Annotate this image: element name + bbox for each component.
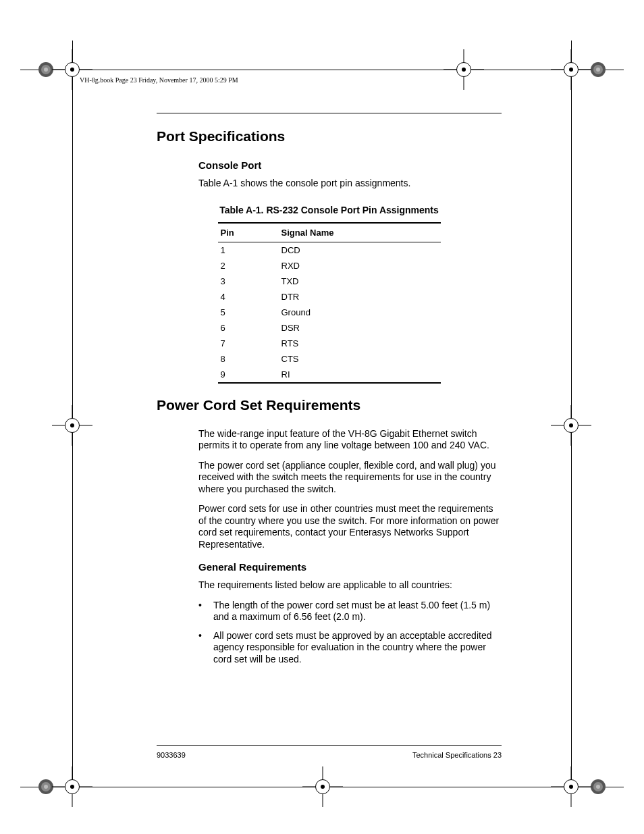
table-caption: Table A-1. RS-232 Console Port Pin Assig… xyxy=(157,205,502,215)
table-row: 3TXD xyxy=(218,273,441,289)
page-content: Port Specifications Console Port Table A… xyxy=(157,128,502,672)
table-header-pin: Pin xyxy=(221,228,281,238)
cell-pin: 7 xyxy=(221,338,281,348)
table-row: 7RTS xyxy=(218,336,441,351)
heading-port-specifications: Port Specifications xyxy=(157,128,502,145)
para-power-3: Power cord sets for use in other countri… xyxy=(198,503,502,550)
para-console-intro: Table A-1 shows the console port pin ass… xyxy=(198,178,502,190)
requirements-list: The length of the power cord set must be… xyxy=(198,600,502,666)
cell-pin: 5 xyxy=(221,307,281,317)
cell-pin: 9 xyxy=(221,369,281,380)
table-row: 9RI xyxy=(218,367,441,382)
table-row: 2RXD xyxy=(218,258,441,273)
crosshair-icon xyxy=(551,49,591,90)
heading-power-cord: Power Cord Set Requirements xyxy=(157,397,502,413)
cell-signal: CTS xyxy=(281,354,438,364)
cell-pin: 1 xyxy=(221,245,281,255)
registration-mark-icon xyxy=(589,61,607,78)
para-power-2: The power cord set (appliance coupler, f… xyxy=(198,460,502,496)
cell-signal: DCD xyxy=(281,245,438,255)
cell-pin: 6 xyxy=(221,323,281,333)
table-row: 6DSR xyxy=(218,320,441,336)
pin-assignment-table: Pin Signal Name 1DCD2RXD3TXD4DTR5Ground6… xyxy=(218,222,441,384)
heading-console-port: Console Port xyxy=(198,159,502,171)
crosshair-icon xyxy=(444,49,484,90)
table-row: 5Ground xyxy=(218,305,441,320)
cell-pin: 8 xyxy=(221,354,281,364)
crosshair-icon xyxy=(551,405,591,446)
running-head: VH-8g.book Page 23 Friday, November 17, … xyxy=(80,76,238,84)
table-header-row: Pin Signal Name xyxy=(218,224,441,242)
svg-point-2 xyxy=(44,68,48,72)
table-row: 8CTS xyxy=(218,351,441,367)
registration-mark-icon xyxy=(589,778,607,796)
cell-pin: 4 xyxy=(221,292,281,302)
cell-pin: 3 xyxy=(221,276,281,286)
cell-signal: RXD xyxy=(281,261,438,271)
table-row: 4DTR xyxy=(218,289,441,305)
para-power-1: The wide-range input feature of the VH-8… xyxy=(198,428,502,452)
header-rule xyxy=(157,113,502,113)
cell-signal: DTR xyxy=(281,292,438,302)
table-row: 1DCD xyxy=(218,242,441,258)
cell-signal: DSR xyxy=(281,323,438,333)
list-item: The length of the power cord set must be… xyxy=(198,600,502,623)
svg-point-5 xyxy=(596,68,600,72)
cell-signal: RTS xyxy=(281,338,438,348)
table-header-signal: Signal Name xyxy=(281,228,438,238)
para-genreq-intro: The requirements listed below are applic… xyxy=(198,579,502,592)
crosshair-icon xyxy=(551,766,591,807)
crosshair-icon xyxy=(52,405,92,446)
crosshair-icon xyxy=(52,766,92,807)
cell-signal: TXD xyxy=(281,276,438,286)
svg-point-11 xyxy=(596,785,600,789)
heading-general-requirements: General Requirements xyxy=(198,561,502,573)
footer-page-label: Technical Specifications 23 xyxy=(412,751,502,759)
svg-point-8 xyxy=(44,785,48,789)
cell-signal: RI xyxy=(281,369,438,380)
crosshair-icon xyxy=(52,49,92,90)
crop-guide-top xyxy=(20,70,624,70)
footer-rule xyxy=(157,745,502,746)
list-item: All power cord sets must be approved by … xyxy=(198,630,502,666)
page-footer: 9033639 Technical Specifications 23 xyxy=(157,751,502,759)
crosshair-icon xyxy=(302,766,343,807)
footer-doc-number: 9033639 xyxy=(157,751,186,759)
cell-pin: 2 xyxy=(221,261,281,271)
cell-signal: Ground xyxy=(281,307,438,317)
